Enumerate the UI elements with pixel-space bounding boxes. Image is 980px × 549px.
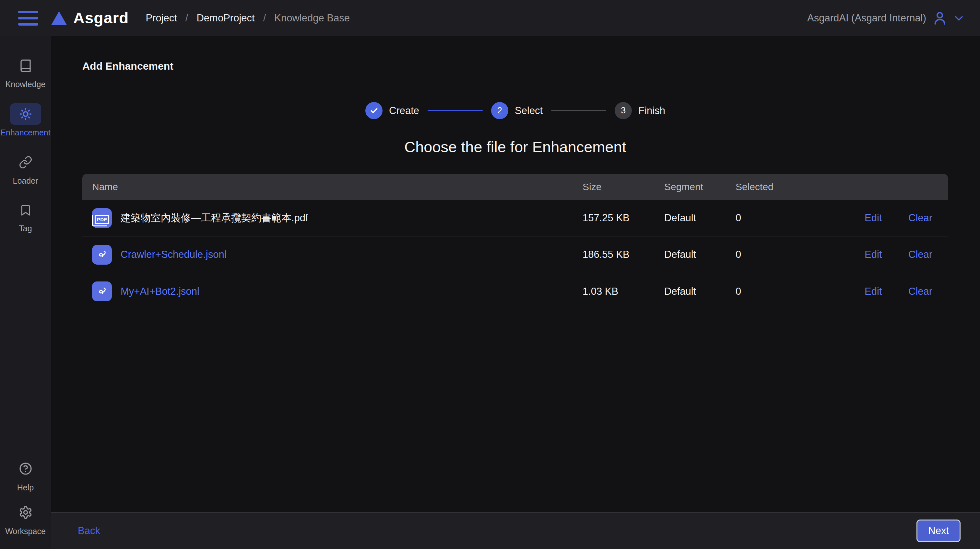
sidebar-item-help[interactable]: Help bbox=[10, 458, 41, 492]
help-circle-icon bbox=[10, 458, 41, 480]
link-icon bbox=[10, 152, 41, 173]
sidebar-item-label: Loader bbox=[13, 176, 38, 186]
page-title: Add Enhancement bbox=[82, 60, 948, 72]
main-content: Add Enhancement Create 2 Select 3 Finish bbox=[51, 36, 980, 513]
file-name: 建築物室內裝修—工程承攬契約書範本.pdf bbox=[121, 211, 308, 225]
clear-link[interactable]: Clear bbox=[908, 286, 948, 297]
gear-icon bbox=[10, 501, 41, 524]
bookmark-icon bbox=[10, 200, 41, 221]
sidebar-item-label: Knowledge bbox=[5, 80, 46, 89]
topbar: Asgard Project / DemoProject / Knowledge… bbox=[0, 0, 980, 36]
file-selected-count: 0 bbox=[735, 286, 865, 297]
file-size: 186.55 KB bbox=[582, 249, 664, 260]
wizard-footer: Back Next bbox=[51, 513, 980, 549]
breadcrumb-current-page: Knowledge Base bbox=[274, 12, 350, 24]
sidebar-item-tag[interactable]: Tag bbox=[10, 200, 41, 233]
step-create[interactable]: Create bbox=[365, 102, 419, 119]
step-label: Create bbox=[389, 105, 419, 117]
user-icon[interactable] bbox=[932, 10, 948, 26]
sun-icon bbox=[10, 103, 41, 125]
menu-icon[interactable] bbox=[18, 11, 38, 25]
sidebar-item-loader[interactable]: Loader bbox=[10, 152, 41, 186]
step-done-check-icon bbox=[365, 102, 383, 119]
column-header-size: Size bbox=[582, 181, 664, 192]
sidebar-item-knowledge[interactable]: Knowledge bbox=[5, 55, 46, 89]
app-name: Asgard bbox=[73, 9, 129, 27]
chevron-down-icon[interactable] bbox=[953, 13, 964, 24]
stepper: Create 2 Select 3 Finish bbox=[82, 102, 948, 119]
sidebar-item-label: Tag bbox=[19, 224, 32, 233]
sidebar-item-label: Help bbox=[17, 483, 34, 492]
sidebar-item-workspace[interactable]: Workspace bbox=[5, 501, 46, 536]
sidebar-item-label: Enhancement bbox=[0, 128, 50, 137]
column-header-name: Name bbox=[82, 181, 582, 192]
breadcrumb-separator: / bbox=[185, 12, 188, 24]
section-title: Choose the file for Enhancement bbox=[82, 138, 948, 156]
step-finish[interactable]: 3 Finish bbox=[615, 102, 665, 119]
jsonl-file-icon bbox=[92, 281, 112, 301]
breadcrumb-separator: / bbox=[263, 12, 266, 24]
file-name-link[interactable]: Crawler+Schedule.jsonl bbox=[121, 249, 227, 260]
file-segment: Default bbox=[664, 249, 735, 260]
next-button[interactable]: Next bbox=[916, 519, 961, 542]
file-selected-count: 0 bbox=[735, 249, 865, 260]
edit-link[interactable]: Edit bbox=[865, 212, 908, 224]
file-name-link[interactable]: My+AI+Bot2.jsonl bbox=[121, 286, 199, 297]
jsonl-file-icon bbox=[92, 245, 112, 265]
table-header: Name Size Segment Selected bbox=[82, 174, 948, 200]
app-logo: Asgard bbox=[51, 9, 129, 27]
step-connector-done bbox=[428, 110, 483, 111]
file-selected-count: 0 bbox=[735, 212, 865, 224]
breadcrumb-project[interactable]: Project bbox=[146, 12, 177, 24]
back-button[interactable]: Back bbox=[78, 525, 100, 537]
book-icon bbox=[10, 55, 41, 76]
file-segment: Default bbox=[664, 212, 735, 224]
sidebar-item-enhancement[interactable]: Enhancement bbox=[0, 103, 50, 137]
table-row: Crawler+Schedule.jsonl 186.55 KB Default… bbox=[82, 236, 948, 273]
clear-link[interactable]: Clear bbox=[908, 249, 948, 260]
file-size: 1.03 KB bbox=[582, 286, 664, 297]
step-label: Select bbox=[515, 105, 542, 117]
pdf-file-icon: PDF bbox=[92, 208, 112, 228]
step-number: 3 bbox=[615, 102, 632, 119]
sidebar-item-label: Workspace bbox=[5, 527, 46, 536]
step-connector-todo bbox=[551, 110, 606, 111]
column-header-segment: Segment bbox=[664, 181, 735, 192]
account-name: AsgardAI (Asgard Internal) bbox=[807, 12, 926, 24]
sidebar-footer: Help Workspace bbox=[5, 458, 46, 536]
column-header-selected: Selected bbox=[735, 181, 865, 192]
step-select[interactable]: 2 Select bbox=[491, 102, 542, 119]
table-row: PDF 建築物室內裝修—工程承攬契約書範本.pdf 157.25 KB Defa… bbox=[82, 200, 948, 236]
breadcrumb-demoproject[interactable]: DemoProject bbox=[196, 12, 255, 24]
table-row: My+AI+Bot2.jsonl 1.03 KB Default 0 Edit … bbox=[82, 273, 948, 309]
file-segment: Default bbox=[664, 286, 735, 297]
step-label: Finish bbox=[638, 105, 665, 117]
edit-link[interactable]: Edit bbox=[865, 249, 908, 260]
step-number: 2 bbox=[491, 102, 508, 119]
edit-link[interactable]: Edit bbox=[865, 286, 908, 297]
sidebar: Knowledge Enhancement Loade bbox=[0, 36, 51, 549]
breadcrumb: Project / DemoProject / Knowledge Base bbox=[146, 12, 350, 24]
file-size: 157.25 KB bbox=[582, 212, 664, 224]
account-menu[interactable]: AsgardAI (Asgard Internal) bbox=[807, 10, 964, 26]
clear-link[interactable]: Clear bbox=[908, 212, 948, 224]
file-table: Name Size Segment Selected PDF 建築物室內裝修—工… bbox=[82, 174, 948, 309]
logo-triangle-icon bbox=[51, 11, 67, 25]
